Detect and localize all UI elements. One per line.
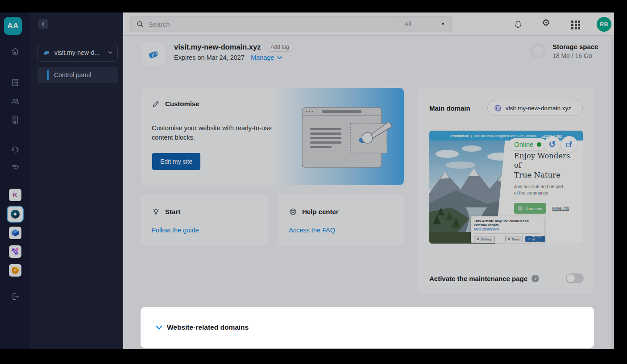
partner-handshake-icon[interactable] xyxy=(11,163,20,172)
kchat-app-icon[interactable] xyxy=(9,245,21,258)
domain-tile xyxy=(141,42,165,66)
sidebar-item-label: Control panel xyxy=(54,71,91,79)
workspace-selector[interactable]: visit.my-new-d... xyxy=(37,44,118,62)
globe-icon xyxy=(494,104,502,112)
user-avatar[interactable]: RB xyxy=(597,17,611,32)
search-input[interactable] xyxy=(149,21,398,28)
ksuite-app-icon[interactable]: K xyxy=(9,189,21,201)
maintenance-toggle[interactable] xyxy=(566,273,584,283)
storage-usage: 18 Mo / 16 Go xyxy=(552,52,598,59)
organization-icon[interactable] xyxy=(11,116,20,124)
notifications-bell-icon[interactable] xyxy=(513,20,523,29)
domain-header: visit.my-new-domain.xyz Add tag xyxy=(174,42,294,52)
cookie-reject-button: ✕Reject xyxy=(505,236,523,242)
main-domain-panel: Main domain visit.my-new-domain.xyz info… xyxy=(417,88,594,294)
kmedia-app-icon[interactable] xyxy=(9,264,21,277)
kdrive-app-icon[interactable] xyxy=(9,227,21,239)
preview-banner: infomaniak | This site was designed with… xyxy=(429,131,583,141)
domain-tag-icon xyxy=(42,49,50,57)
screen: AA K xyxy=(0,0,627,364)
chevron-down-icon xyxy=(156,324,162,331)
external-link-icon xyxy=(565,141,573,148)
storage-donut-icon xyxy=(530,43,546,59)
help-center-card: Help center Access the FAQ xyxy=(278,194,404,245)
cookie-more-information-link: More information xyxy=(474,227,541,231)
lightbulb-icon xyxy=(152,207,160,216)
join-now-button: ✓ Join now xyxy=(514,203,546,214)
refresh-preview-button[interactable]: ↺ xyxy=(544,136,561,153)
status-label: Online xyxy=(514,141,533,148)
app-window: AA K xyxy=(0,12,614,349)
customise-card: Customise Customise your website with re… xyxy=(141,88,404,185)
edit-my-site-button[interactable]: Edit my site xyxy=(152,153,200,170)
online-status-badge[interactable]: Online xyxy=(509,138,547,150)
logout-icon[interactable] xyxy=(11,292,20,301)
chevron-down-icon xyxy=(108,50,113,55)
organization-avatar[interactable]: AA xyxy=(4,17,22,35)
storage-widget[interactable]: Storage space 18 Mo / 16 Go xyxy=(530,43,598,59)
app-launcher-grid-icon[interactable] xyxy=(571,20,581,30)
card-body-text: Customise your website with ready-to-use… xyxy=(152,124,290,142)
hero-title: Enjoy Wonders of True Nature xyxy=(514,151,575,180)
topbar: All ▼ ⚙ RB xyxy=(123,12,614,36)
home-icon[interactable] xyxy=(11,47,20,56)
card-title: Start xyxy=(165,208,180,215)
start-card: Start Follow the guide xyxy=(141,194,268,245)
settings-gear-icon[interactable]: ⚙ xyxy=(542,18,552,28)
billing-icon[interactable] xyxy=(11,78,20,87)
site-creator-app-icon[interactable] xyxy=(7,206,24,223)
domain-subheader: Expires on Mar 24, 2027 Manage xyxy=(174,54,282,61)
active-indicator xyxy=(47,70,49,80)
storage-title: Storage space xyxy=(552,43,598,50)
primary-sidebar: AA K xyxy=(0,12,30,349)
follow-guide-link[interactable]: Follow the guide xyxy=(152,227,199,234)
expiry-text: Expires on Mar 24, 2027 xyxy=(174,54,245,61)
lifebuoy-icon xyxy=(289,207,297,216)
add-tag-button[interactable]: Add tag xyxy=(266,42,294,52)
website-related-domains-card[interactable]: Website-related domains xyxy=(141,307,594,348)
main-domain-pill[interactable]: visit.my-new-domain.xyz xyxy=(487,100,583,116)
main-domain-value: visit.my-new-domain.xyz xyxy=(506,105,571,112)
status-dot xyxy=(537,142,541,147)
info-icon[interactable]: i xyxy=(531,275,539,282)
main-domain-label: Main domain xyxy=(429,104,470,112)
cookie-settings-button: ⚙Settings xyxy=(474,236,495,242)
panel-divider xyxy=(429,260,581,260)
open-site-button[interactable] xyxy=(561,136,577,153)
dropdown-arrow-icon: ▼ xyxy=(441,22,445,26)
maintenance-row: Activate the maintenance page i xyxy=(429,273,584,283)
cookie-banner: This website may use cookies and externa… xyxy=(471,216,544,243)
search-bar: All ▼ xyxy=(130,16,452,32)
sidebar-collapse-button[interactable] xyxy=(38,19,48,29)
sidebar-item-control-panel[interactable]: Control panel xyxy=(37,67,118,83)
search-filter-value: All xyxy=(404,21,411,28)
preview-banner-text: | This site was designed with Site Creat… xyxy=(471,134,537,138)
workspace-selector-label: visit.my-new-d... xyxy=(54,49,104,56)
sidebar-divider xyxy=(30,36,123,36)
related-domains-title: Website-related domains xyxy=(167,323,249,331)
maintenance-label: Activate the maintenance page xyxy=(429,275,527,282)
card-title: Customise xyxy=(165,100,199,108)
cookie-accept-button: ✓Accept all cookies xyxy=(525,236,545,242)
manage-label: Manage xyxy=(251,54,274,61)
site-preview: infomaniak | This site was designed with… xyxy=(429,131,583,244)
preview-brand: infomaniak xyxy=(450,134,469,138)
pencil-icon xyxy=(152,99,160,108)
chevron-down-icon xyxy=(277,55,282,61)
scrollbar[interactable] xyxy=(611,36,614,349)
search-filter-dropdown[interactable]: All ▼ xyxy=(398,17,451,32)
hero-subtitle: Join our club and be part of the communi… xyxy=(514,184,568,196)
access-faq-link[interactable]: Access the FAQ xyxy=(289,227,335,234)
manage-button[interactable]: Manage xyxy=(251,54,282,61)
domain-tag-icon xyxy=(147,48,160,61)
svg-text:K: K xyxy=(13,191,18,199)
website-builder-illustration xyxy=(298,104,394,171)
more-info-link: More info xyxy=(552,206,569,211)
secondary-sidebar: visit.my-new-d... Control panel xyxy=(30,12,123,349)
sidebar-divider xyxy=(0,36,30,36)
cookie-text: This website may use cookies and externa… xyxy=(474,219,541,227)
page-title: visit.my-new-domain.xyz xyxy=(174,43,261,51)
users-icon[interactable] xyxy=(11,97,20,106)
support-headset-icon[interactable] xyxy=(11,145,20,153)
check-icon: ✓ xyxy=(518,206,523,211)
